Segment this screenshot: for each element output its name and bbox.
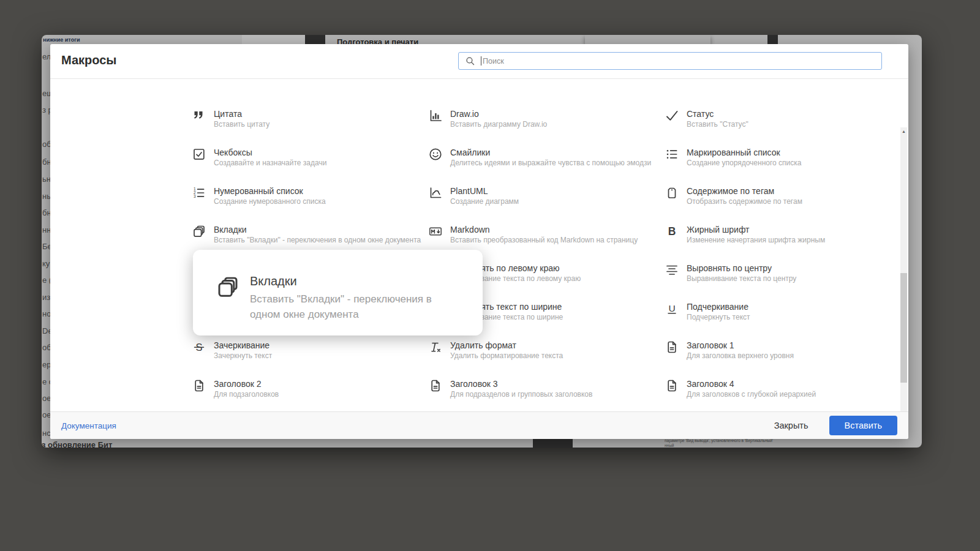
- background-text-fragment: ьн: [42, 174, 51, 184]
- macro-title: Выровнять по центру: [687, 263, 796, 273]
- tooltip-title: Вкладки: [250, 274, 441, 288]
- macro-text: Выровнять по центруВыравнивание текста п…: [687, 263, 796, 283]
- status-check-icon: [665, 108, 679, 123]
- macro-title: Markdown: [450, 225, 638, 234]
- macro-tooltip: Вкладки Вставить "Вкладки" - переключени…: [193, 250, 483, 335]
- macro-item[interactable]: ЧекбоксыСоздавайте и назначайте задачи: [192, 148, 428, 186]
- macro-text: ЧекбоксыСоздавайте и назначайте задачи: [214, 148, 326, 167]
- search-box[interactable]: [458, 52, 882, 70]
- macro-item[interactable]: Заголовок 1Для заголовка верхнего уровня: [665, 340, 901, 379]
- macro-title: Draw.io: [450, 109, 547, 119]
- macro-text: СтатусВставить "Статус": [687, 109, 748, 129]
- macro-item[interactable]: Содержимое по тегамОтобразить содержимое…: [665, 186, 901, 225]
- macro-description: Зачеркнуть текст: [214, 351, 272, 360]
- macro-title: Заголовок 3: [450, 379, 592, 389]
- macro-item[interactable]: Заголовок 3Для подразделов и групповых з…: [428, 379, 665, 411]
- markdown-icon: [428, 224, 443, 239]
- macro-title: Зачеркивание: [214, 340, 272, 350]
- macro-item[interactable]: 123Нумерованный списокСоздание нумерован…: [192, 186, 428, 225]
- macro-text: ЦитатаВставить цитату: [214, 109, 270, 129]
- macro-text: Заголовок 2Для подзаголовков: [214, 379, 279, 399]
- macro-description: Создание нумерованного списка: [214, 197, 326, 206]
- document-icon: [192, 378, 206, 393]
- macro-description: Выравнивание текста по центру: [687, 274, 796, 283]
- svg-text:U: U: [668, 303, 675, 313]
- document-icon: [665, 378, 679, 393]
- background-top-strip: нижние итоги Подготовка и печати: [42, 35, 922, 45]
- dialog-title: Макросы: [61, 53, 116, 67]
- macro-description: Создание упорядоченного списка: [687, 159, 801, 167]
- macro-text: Заголовок 3Для подразделов и групповых з…: [450, 379, 592, 399]
- macro-item[interactable]: ЦитатаВставить цитату: [192, 109, 428, 148]
- macro-title: Чекбоксы: [214, 148, 326, 157]
- document-icon: [428, 378, 443, 393]
- macro-text: ЗачеркиваниеЗачеркнуть текст: [214, 340, 272, 360]
- tabs-icon: [215, 274, 241, 300]
- macro-title: Заголовок 4: [687, 379, 816, 389]
- tag-icon: [665, 186, 679, 200]
- macro-title: Заголовок 1: [687, 340, 794, 350]
- macro-item[interactable]: PlantUMLСоздание диаграмм: [428, 186, 665, 225]
- macro-text: MarkdownВставить преобразованный код Mar…: [450, 225, 638, 244]
- macro-title: Смайлики: [450, 148, 651, 157]
- macro-title: Статус: [687, 109, 748, 119]
- documentation-link[interactable]: Документация: [61, 421, 116, 430]
- macro-item[interactable]: Заголовок 4Для заголовков с глубокой иер…: [665, 379, 901, 411]
- macro-description: Для заголовков с глубокой иерархией: [687, 390, 816, 399]
- macro-description: Создание диаграмм: [450, 197, 519, 206]
- bold-icon: B: [665, 224, 679, 239]
- macro-description: Отобразить содержимое по тегам: [687, 197, 802, 206]
- tooltip-description: Вставить "Вкладки" - переключения в одно…: [250, 291, 441, 322]
- macro-item[interactable]: Заголовок 2Для подзаголовков: [192, 379, 428, 411]
- macro-description: Для подразделов и групповых заголовков: [450, 390, 592, 399]
- macro-item[interactable]: Маркированный списокСоздание упорядоченн…: [665, 148, 901, 186]
- macro-title: Маркированный список: [687, 148, 801, 157]
- macro-description: Делитесь идеями и выражайте чувства с по…: [450, 159, 651, 167]
- dialog-footer: Документация Закрыть Вставить: [50, 411, 908, 439]
- macro-item[interactable]: Выровнять по центруВыравнивание текста п…: [665, 263, 901, 302]
- macro-item[interactable]: UПодчеркиваниеПодчеркнуть текст: [665, 302, 901, 340]
- checkbox-icon: [192, 147, 206, 162]
- macro-description: Создавайте и назначайте задачи: [214, 159, 326, 167]
- macro-description: Для заголовка верхнего уровня: [687, 351, 794, 360]
- macro-item[interactable]: Удалить форматУдалить форматирование тек…: [428, 340, 665, 379]
- close-button[interactable]: Закрыть: [774, 421, 809, 430]
- dialog-header: Макросы: [50, 44, 908, 79]
- background-text-fragment: нс: [42, 429, 51, 438]
- macro-item[interactable]: СмайликиДелитесь идеями и выражайте чувс…: [428, 148, 665, 186]
- scrollbar-track[interactable]: ▲ ▼: [900, 127, 907, 411]
- macro-title: Нумерованный список: [214, 186, 326, 196]
- macro-description: Удалить форматирование текста: [450, 351, 563, 360]
- macro-description: Для подзаголовков: [214, 390, 279, 399]
- search-input[interactable]: [483, 57, 881, 66]
- background-tiny-line: параметре 'Вид вывода', установленного в…: [665, 438, 888, 443]
- macro-title: Заголовок 2: [214, 379, 279, 389]
- macro-text: ВкладкиВставить "Вкладки" - переключения…: [214, 225, 421, 244]
- background-dark-block: [533, 439, 573, 448]
- drawio-chart-icon: [428, 108, 443, 123]
- macro-title: Жирный шрифт: [687, 225, 825, 234]
- scrollbar-up-arrow-icon[interactable]: ▲: [900, 128, 907, 135]
- align-center-icon: [665, 263, 679, 277]
- insert-button[interactable]: Вставить: [829, 416, 897, 435]
- tooltip-body: Вкладки Вставить "Вкладки" - переключени…: [250, 274, 441, 335]
- macro-item[interactable]: Draw.ioВставить диаграмму Draw.io: [428, 109, 665, 148]
- scrollbar-thumb[interactable]: [900, 273, 907, 383]
- quote-icon: [192, 108, 206, 123]
- background-tiny-text: параметре 'Вид вывода', установленного в…: [665, 438, 888, 448]
- background-dark-block: [305, 35, 325, 45]
- svg-text:B: B: [668, 225, 676, 238]
- macro-description: Подчеркнуть текст: [687, 313, 750, 321]
- search-icon: [465, 56, 475, 66]
- macro-item[interactable]: BЖирный шрифтИзменение начертания шрифта…: [665, 225, 901, 263]
- macro-text: Жирный шрифтИзменение начертания шрифта …: [687, 225, 825, 244]
- background-panel: [585, 35, 710, 45]
- macro-title: Подчеркивание: [687, 302, 750, 312]
- smiley-icon: [428, 147, 443, 162]
- macro-item[interactable]: СтатусВставить "Статус": [665, 109, 901, 148]
- macro-description: Вставить "Вкладки" - переключения в одно…: [214, 236, 421, 244]
- macro-text: Нумерованный списокСоздание нумерованног…: [214, 186, 326, 206]
- macro-item[interactable]: SЗачеркиваниеЗачеркнуть текст: [192, 340, 428, 379]
- macro-text: Содержимое по тегамОтобразить содержимое…: [687, 186, 802, 206]
- tabs-icon: [192, 224, 206, 239]
